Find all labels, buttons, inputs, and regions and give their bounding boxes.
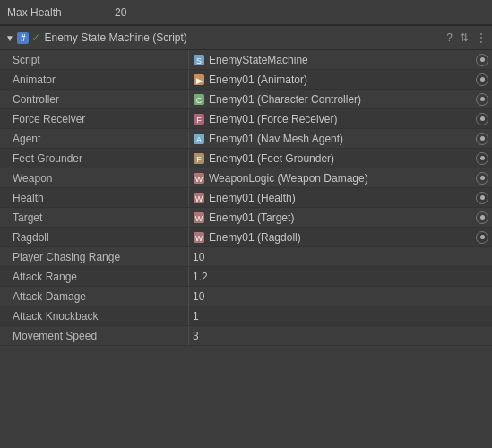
controller-icon: C	[193, 93, 205, 106]
target-button[interactable]	[476, 73, 488, 86]
property-label: Feet Grounder	[0, 152, 188, 165]
force-icon: F	[193, 113, 205, 125]
weapon-icon: W	[193, 172, 205, 185]
property-numeric-value[interactable]: 10	[193, 290, 204, 303]
property-value-text[interactable]: Enemy01 (Ragdoll)	[209, 231, 472, 244]
svg-text:C: C	[196, 96, 203, 105]
property-value: FEnemy01 (Feet Grounder)	[189, 152, 492, 165]
property-row: ScriptSEnemyStateMachine	[0, 50, 492, 70]
svg-text:A: A	[196, 135, 202, 144]
property-value-text[interactable]: Enemy01 (Target)	[209, 211, 472, 224]
max-health-label: Max Health	[7, 6, 115, 19]
script-icon: S	[193, 54, 205, 66]
property-row: Animator▶Enemy01 (Animator)	[0, 70, 492, 90]
property-label: Script	[0, 54, 188, 66]
property-value-text[interactable]: Enemy01 (Feet Grounder)	[209, 152, 472, 165]
property-row: Attack Knockback1	[0, 306, 492, 326]
target-button[interactable]	[476, 231, 488, 244]
target-button[interactable]	[476, 54, 488, 66]
property-row: Attack Damage10	[0, 287, 492, 306]
property-value-text[interactable]: Enemy01 (Nav Mesh Agent)	[209, 133, 472, 145]
feet-icon: F	[193, 152, 205, 165]
property-numeric-value[interactable]: 10	[193, 251, 204, 263]
property-numeric-value[interactable]: 3	[193, 330, 199, 342]
property-numeric-value[interactable]: 1	[193, 310, 199, 323]
svg-text:▶: ▶	[196, 76, 203, 85]
svg-text:F: F	[196, 116, 202, 125]
property-row: TargetWEnemy01 (Target)	[0, 208, 492, 228]
target-icon: W	[193, 211, 205, 224]
property-row: Attack Range1.2	[0, 267, 492, 287]
max-health-value[interactable]: 20	[115, 6, 126, 19]
svg-text:W: W	[195, 175, 203, 184]
target-button[interactable]	[476, 113, 488, 125]
property-value-text[interactable]: Enemy01 (Health)	[209, 192, 472, 204]
property-value[interactable]: 1	[189, 310, 492, 323]
property-label: Animator	[0, 73, 188, 86]
property-value-text[interactable]: EnemyStateMachine	[209, 54, 472, 66]
settings-icon[interactable]: ⇅	[460, 31, 469, 44]
property-value-text[interactable]: Enemy01 (Force Receiver)	[209, 113, 472, 125]
property-row: AgentAEnemy01 (Nav Mesh Agent)	[0, 129, 492, 149]
property-row: RagdollWEnemy01 (Ragdoll)	[0, 228, 492, 247]
collapse-arrow-icon[interactable]: ▼	[5, 33, 14, 43]
property-label: Attack Damage	[0, 290, 188, 303]
property-row: ControllerCEnemy01 (Character Controller…	[0, 90, 492, 109]
section-header-icons: ▼ # ✓	[5, 31, 40, 44]
property-label: Player Chasing Range	[0, 251, 188, 263]
svg-text:F: F	[196, 155, 202, 164]
property-value: SEnemyStateMachine	[189, 54, 492, 66]
property-value: WEnemy01 (Target)	[189, 211, 492, 224]
property-label: Ragdoll	[0, 231, 188, 244]
property-row: Force ReceiverFEnemy01 (Force Receiver)	[0, 109, 492, 129]
property-value[interactable]: 1.2	[189, 271, 492, 283]
property-value[interactable]: 10	[189, 290, 492, 303]
property-value: WEnemy01 (Ragdoll)	[189, 231, 492, 244]
property-row: Movement Speed3	[0, 326, 492, 346]
target-button[interactable]	[476, 172, 488, 185]
property-label: Target	[0, 211, 188, 224]
property-row: WeaponWWeaponLogic (Weapon Damage)	[0, 168, 492, 188]
ragdoll-icon: W	[193, 231, 205, 244]
property-value-text[interactable]: WeaponLogic (Weapon Damage)	[209, 172, 472, 185]
target-button[interactable]	[476, 192, 488, 204]
property-label: Attack Knockback	[0, 310, 188, 323]
property-value-text[interactable]: Enemy01 (Character Controller)	[209, 93, 472, 106]
property-numeric-value[interactable]: 1.2	[193, 271, 208, 283]
property-label: Agent	[0, 133, 188, 145]
top-bar: Max Health 20	[0, 0, 492, 25]
property-value[interactable]: 3	[189, 330, 492, 342]
section-header: ▼ # ✓ Enemy State Machine (Script) ? ⇅ ⋮	[0, 25, 492, 50]
target-button[interactable]	[476, 133, 488, 145]
hash-badge-icon: #	[17, 32, 30, 44]
anim-icon: ▶	[193, 73, 205, 86]
property-value: AEnemy01 (Nav Mesh Agent)	[189, 133, 492, 145]
health-icon: W	[193, 192, 205, 204]
help-icon[interactable]: ?	[446, 31, 453, 44]
target-button[interactable]	[476, 211, 488, 224]
target-button[interactable]	[476, 93, 488, 106]
agent-icon: A	[193, 133, 205, 145]
property-row: Feet GrounderFEnemy01 (Feet Grounder)	[0, 149, 492, 168]
section-title: Enemy State Machine (Script)	[44, 31, 443, 44]
property-row: HealthWEnemy01 (Health)	[0, 188, 492, 208]
property-label: Force Receiver	[0, 113, 188, 125]
property-value: WEnemy01 (Health)	[189, 192, 492, 204]
target-button[interactable]	[476, 152, 488, 165]
property-label: Movement Speed	[0, 330, 188, 342]
more-icon[interactable]: ⋮	[476, 31, 487, 44]
properties-list: ScriptSEnemyStateMachineAnimator▶Enemy01…	[0, 50, 492, 346]
property-value-text[interactable]: Enemy01 (Animator)	[209, 73, 472, 86]
svg-text:S: S	[196, 56, 202, 65]
property-value[interactable]: 10	[189, 251, 492, 263]
property-label: Weapon	[0, 172, 188, 185]
property-value: WWeaponLogic (Weapon Damage)	[189, 172, 492, 185]
svg-text:W: W	[195, 194, 203, 203]
header-actions: ? ⇅ ⋮	[446, 31, 487, 44]
property-value: ▶Enemy01 (Animator)	[189, 73, 492, 86]
enabled-check-icon[interactable]: ✓	[31, 31, 40, 44]
property-value: FEnemy01 (Force Receiver)	[189, 113, 492, 125]
property-label: Controller	[0, 93, 188, 106]
svg-text:W: W	[195, 234, 203, 243]
svg-text:W: W	[195, 214, 203, 223]
